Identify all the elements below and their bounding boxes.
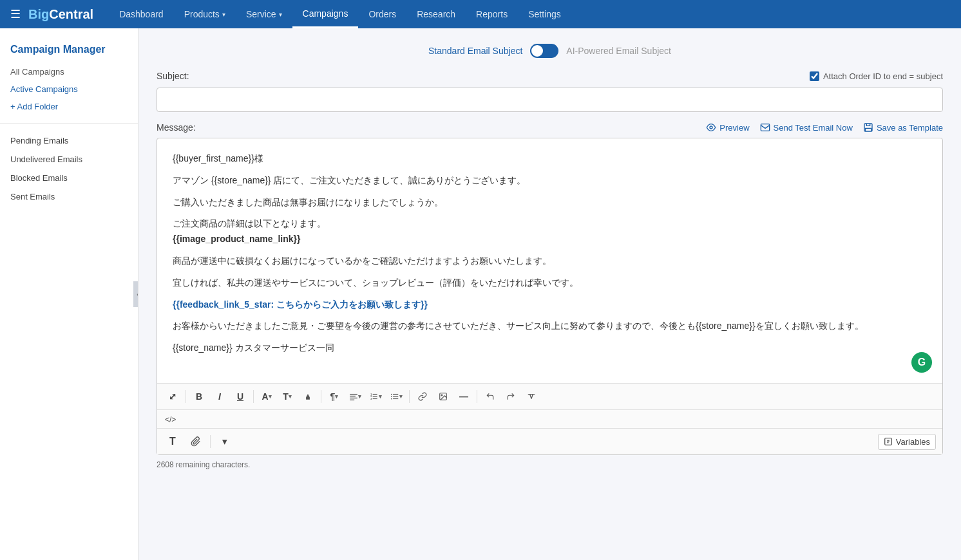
email-product-link: {{image_product_name_link}} [173,234,300,244]
email-line-8: お客様からいただきましたご意見・ご要望を今後の運営の参考にさせていただき、サービ… [173,319,927,334]
svg-point-15 [390,396,392,397]
svg-rect-16 [393,396,398,397]
email-line-7: {{feedback_link_5_star: こちらからご入力をお願い致します… [173,297,927,313]
toolbar-dropdown-btn[interactable]: ▾ [216,433,234,451]
attach-order-id-label: Attach Order ID to end = subject [823,71,943,81]
toolbar-undo-btn[interactable] [481,387,499,406]
sidebar-title: Campaign Manager [0,39,138,63]
align-icon [349,392,358,401]
sidebar-item-active-campaigns[interactable]: Active Campaigns [0,80,138,98]
sidebar-item-undelivered-emails[interactable]: Undelivered Emails [0,150,138,169]
standard-email-subject-label: Standard Email Subject [428,46,522,56]
attach-order-id-checkbox[interactable] [810,71,819,81]
redo-icon [506,392,515,401]
grammarly-icon[interactable]: G [911,352,932,373]
svg-rect-14 [393,394,398,395]
ai-email-subject-label: AI-Powered Email Subject [566,46,671,56]
preview-icon [706,122,716,133]
toolbar-sep-4 [409,390,410,403]
nav-service[interactable]: Service ▾ [236,0,292,28]
main-layout: Campaign Manager All Campaigns Active Ca… [0,28,961,560]
nav-items: Dashboard Products ▾ Service ▾ Campaigns… [109,0,951,28]
editor-code-row: </> [157,409,942,428]
toolbar-highlight-btn[interactable] [299,387,317,406]
remaining-chars: 2608 remaining characters. [157,460,943,469]
toolbar-sep-2 [253,390,254,403]
svg-rect-9 [372,398,377,399]
sidebar-item-sent-emails[interactable]: Sent Emails [0,187,138,206]
toolbar-redo-btn[interactable] [502,387,520,406]
logo: BigCentral [28,7,93,22]
undo-icon [486,392,495,401]
sidebar-collapse-handle[interactable]: ‹ [133,281,138,307]
editor-main-toolbar: ⤢ B I U A▾ T▾ ¶▾ ▾ 123 ▾ [157,383,942,409]
toolbar-text-btn[interactable]: T [164,433,182,451]
link-icon [418,392,427,401]
editor-content[interactable]: {{buyer_first_name}}様 アマゾン {{store_name}… [157,138,942,383]
nav-products[interactable]: Products ▾ [174,0,236,28]
sidebar-item-all-campaigns[interactable]: All Campaigns [0,63,138,80]
toolbar-sep-3 [321,390,321,403]
email-line-4: ご注文商品の詳細は以下となります。{{image_product_name_li… [173,216,927,247]
toolbar-attach-btn[interactable] [187,433,205,451]
nav-research[interactable]: Research [406,0,466,28]
svg-rect-7 [372,394,377,395]
nav-settings[interactable]: Settings [518,0,571,28]
nav-dashboard[interactable]: Dashboard [109,0,174,28]
toolbar-italic-btn[interactable]: I [211,387,229,406]
hamburger-menu[interactable]: ☰ [10,7,21,21]
svg-rect-4 [350,396,356,397]
toolbar-bold-btn[interactable]: B [190,387,208,406]
toolbar-align-btn[interactable]: ▾ [346,387,364,406]
variables-button[interactable]: Variables [878,434,936,450]
toolbar-underline-btn[interactable]: U [231,387,249,406]
toolbar-font-color-btn[interactable]: A▾ [258,387,276,406]
email-line-1: {{buyer_first_name}}様 [173,151,927,167]
message-label: Message: [157,122,696,133]
bottom-toolbar-sep [210,435,211,448]
toolbar-link-btn[interactable] [414,387,432,406]
preview-label: Preview [719,123,749,133]
sidebar-add-folder[interactable]: + Add Folder [0,98,138,115]
toolbar-unordered-list-btn[interactable]: ▾ [387,387,405,406]
toolbar-code-btn[interactable]: </> [165,415,176,424]
preview-button[interactable]: Preview [706,122,749,133]
toolbar-ordered-list-btn[interactable]: 123 ▾ [366,387,385,406]
nav-orders[interactable]: Orders [358,0,406,28]
send-test-label: Send Test Email Now [774,123,853,133]
nav-reports[interactable]: Reports [466,0,518,28]
save-template-label: Save as Template [877,123,943,133]
svg-rect-8 [372,396,377,397]
variables-label: Variables [896,437,930,447]
subject-type-toggle[interactable] [530,44,558,58]
sidebar-item-pending-emails[interactable]: Pending Emails [0,131,138,150]
toolbar-paragraph-btn[interactable]: ¶▾ [325,387,343,406]
save-template-button[interactable]: Save as Template [863,122,943,133]
toolbar-image-btn[interactable] [434,387,452,406]
sidebar-item-blocked-emails[interactable]: Blocked Emails [0,169,138,187]
svg-rect-6 [350,400,354,400]
ordered-list-icon: 123 [370,392,379,401]
toolbar-clear-format-btn[interactable] [522,387,540,406]
top-navigation: ☰ BigCentral Dashboard Products ▾ Servic… [0,0,961,28]
toolbar-text-size-btn[interactable]: T▾ [278,387,296,406]
svg-rect-3 [350,394,357,395]
svg-point-13 [390,394,392,395]
image-icon [439,392,448,401]
save-template-icon [863,122,873,133]
send-test-email-button[interactable]: Send Test Email Now [760,122,853,133]
message-actions: Preview Send Test Email Now Save as [706,122,943,133]
toolbar-sep-1 [186,390,186,403]
email-line-2: アマゾン {{store_name}} 店にて、ご注文いただきまして、誠にありが… [173,173,927,189]
message-header: Message: Preview Send Test Email Now [157,122,943,133]
svg-point-17 [390,398,392,400]
subject-input[interactable] [157,88,943,112]
sidebar: Campaign Manager All Campaigns Active Ca… [0,28,138,560]
email-feedback-link: {{feedback_link_5_star: こちらからご入力をお願い致します… [173,299,428,310]
send-test-icon [760,122,770,133]
variables-icon [884,437,893,446]
toolbar-hr-btn[interactable]: — [455,387,473,406]
email-line-3: ご購入いただきました商品は無事お届けになりましたでしょうか。 [173,195,927,210]
toolbar-expand-btn[interactable]: ⤢ [164,387,182,406]
nav-campaigns[interactable]: Campaigns [292,0,359,28]
